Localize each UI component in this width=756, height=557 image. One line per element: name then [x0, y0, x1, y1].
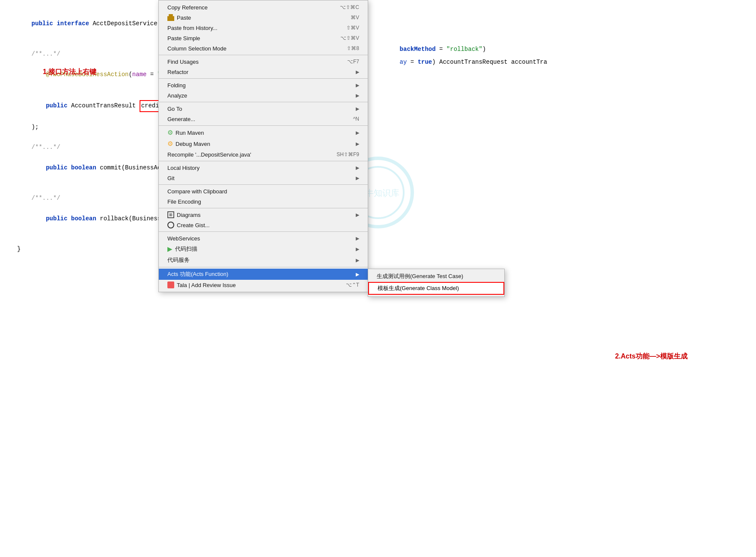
folding-label: Folding — [167, 82, 186, 89]
code-line-comment1: /**...*/ — [17, 49, 739, 59]
generate-model-label: 模板生成(Generate Class Model) — [378, 284, 459, 292]
code-line-rollback: public boolean rollback(Business... — [17, 204, 739, 234]
separator-4 — [159, 125, 368, 126]
menu-tala[interactable]: Tala | Add Review Issue ⌥⌃T — [159, 280, 368, 290]
goto-arrow: ▶ — [356, 106, 359, 112]
code-service-arrow: ▶ — [356, 258, 359, 263]
paste-icon — [167, 14, 174, 21]
webservices-label: WebServices — [167, 235, 200, 242]
diagrams-arrow: ▶ — [356, 212, 359, 218]
refactor-arrow: ▶ — [356, 69, 359, 75]
paste-simple-label: Paste Simple — [167, 35, 200, 41]
git-label: Git — [167, 175, 175, 181]
create-gist-label: Create Gist... — [177, 222, 210, 228]
debug-maven-label: Debug Maven — [176, 141, 210, 147]
menu-column-selection[interactable]: Column Selection Mode ⇧⌘8 — [159, 43, 368, 53]
code-line-commit: public boolean commit(BusinessAc... — [17, 153, 739, 183]
menu-acts-function[interactable]: Acts 功能(Acts Function) ▶ 生成测试用例(Generate… — [159, 269, 368, 280]
run-maven-arrow: ▶ — [356, 130, 359, 136]
run-maven-label: Run Maven — [176, 130, 204, 136]
menu-local-history[interactable]: Local History ▶ — [159, 163, 368, 173]
gear-orange-icon: ⚙ — [167, 140, 173, 148]
menu-run-maven[interactable]: ⚙ Run Maven ▶ — [159, 127, 368, 138]
local-history-label: Local History — [167, 165, 199, 171]
compare-clipboard-label: Compare with Clipboard — [167, 188, 227, 195]
code-line-paren: ); — [17, 122, 739, 133]
webservices-arrow: ▶ — [356, 236, 359, 241]
separator-1 — [159, 55, 368, 55]
git-arrow: ▶ — [356, 175, 359, 181]
menu-analyze[interactable]: Analyze ▶ — [159, 90, 368, 101]
code-line-blank2 — [17, 133, 739, 143]
menu-recompile[interactable]: Recompile '...DepositService.java' SH⇧⌘F… — [159, 149, 368, 160]
separator-8 — [159, 231, 368, 232]
code-line-blank — [17, 39, 739, 49]
code-service-label: 代码服务 — [167, 256, 190, 264]
menu-diagrams[interactable]: ⊞ Diagrams ▶ — [159, 210, 368, 220]
label-acts-function: 2.Acts功能—>模版生成 — [615, 351, 688, 362]
menu-webservices[interactable]: WebServices ▶ — [159, 233, 368, 243]
generate-label: Generate... — [167, 116, 195, 122]
menu-folding[interactable]: Folding ▶ — [159, 80, 368, 90]
tala-label: Tala | Add Review Issue — [177, 282, 236, 288]
code-line-1: public interface AcctDepositService { — [17, 9, 739, 39]
code-line-close: } — [17, 244, 739, 255]
find-usages-label: Find Usages — [167, 59, 199, 65]
analyze-label: Analyze — [167, 92, 187, 99]
code-line-annotation: @TwoPhaseBusinessAction(name = " — [17, 59, 739, 90]
tala-icon — [167, 281, 174, 288]
paste-label: Paste — [177, 15, 191, 21]
menu-copy-reference[interactable]: Copy Reference ⌥⇧⌘C — [159, 2, 368, 12]
submenu-generate-test[interactable]: 生成测试用例(Generate Test Case) — [368, 271, 504, 282]
debug-maven-arrow: ▶ — [356, 141, 359, 147]
run-green-icon: ▶ — [167, 245, 173, 253]
diagrams-icon: ⊞ — [167, 211, 174, 218]
menu-refactor[interactable]: Refactor ▶ — [159, 67, 368, 77]
recompile-label: Recompile '...DepositService.java' — [167, 151, 251, 158]
paste-history-label: Paste from History... — [167, 25, 217, 31]
code-line-blank3 — [17, 184, 739, 194]
folding-arrow: ▶ — [356, 83, 359, 88]
column-selection-label: Column Selection Mode — [167, 45, 226, 52]
menu-generate[interactable]: Generate... ^N — [159, 114, 368, 124]
paste-shortcut: ⌘V — [351, 15, 359, 21]
acts-function-label: Acts 功能(Acts Function) — [167, 270, 228, 278]
menu-create-gist[interactable]: Create Gist... — [159, 220, 368, 230]
code-line-comment2: /**...*/ — [17, 142, 739, 153]
separator-7 — [159, 208, 368, 208]
code-line-blank4 — [17, 234, 739, 245]
local-history-arrow: ▶ — [356, 165, 359, 171]
goto-label: Go To — [167, 106, 182, 112]
separator-3 — [159, 102, 368, 102]
menu-code-service[interactable]: 代码服务 ▶ — [159, 255, 368, 266]
submenu-generate-model[interactable]: 模板生成(Generate Class Model) — [368, 282, 504, 295]
tala-shortcut: ⌥⌃T — [346, 282, 359, 288]
menu-paste-simple[interactable]: Paste Simple ⌥⇧⌘V — [159, 33, 368, 43]
code-line-method: public AccountTransResult credit — [17, 90, 739, 122]
menu-compare-clipboard[interactable]: Compare with Clipboard — [159, 186, 368, 196]
copy-reference-shortcut: ⌥⇧⌘C — [340, 4, 359, 10]
menu-git[interactable]: Git ▶ — [159, 173, 368, 183]
gear-green-icon: ⚙ — [167, 129, 173, 136]
menu-paste[interactable]: Paste ⌘V — [159, 12, 368, 23]
gist-icon — [167, 222, 174, 228]
menu-goto[interactable]: Go To ▶ — [159, 104, 368, 114]
separator-5 — [159, 161, 368, 161]
paste-history-shortcut: ⇧⌘V — [346, 25, 359, 31]
copy-reference-label: Copy Reference — [167, 4, 208, 11]
menu-paste-history[interactable]: Paste from History... ⇧⌘V — [159, 23, 368, 33]
menu-file-encoding[interactable]: File Encoding — [159, 196, 368, 207]
menu-debug-maven[interactable]: ⚙ Debug Maven ▶ — [159, 138, 368, 149]
menu-find-usages[interactable]: Find Usages ⌥F7 — [159, 56, 368, 67]
separator-2 — [159, 78, 368, 79]
acts-function-arrow: ▶ — [356, 272, 359, 277]
separator-9 — [159, 267, 368, 267]
find-usages-shortcut: ⌥F7 — [347, 59, 359, 65]
analyze-arrow: ▶ — [356, 93, 359, 98]
menu-code-scan[interactable]: ▶ 代码扫描 ▶ — [159, 243, 368, 255]
file-encoding-label: File Encoding — [167, 199, 201, 205]
code-scan-label: 代码扫描 — [175, 245, 197, 253]
label-right-click: 1.接口方法上右键 — [43, 66, 96, 77]
code-scan-arrow: ▶ — [356, 246, 359, 252]
code-line-comment3: /**...*/ — [17, 193, 739, 204]
